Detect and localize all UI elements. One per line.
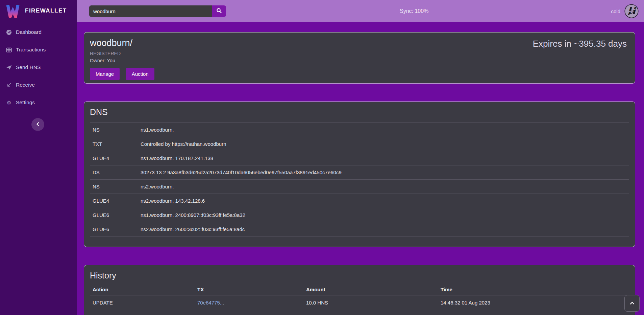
search-icon — [216, 8, 222, 15]
history-action: UPDATE — [90, 295, 195, 310]
sidebar-item-label: Settings — [16, 99, 35, 106]
topbar: Sync: 100% cold H — [77, 0, 644, 22]
dns-record-type: NS — [90, 123, 138, 137]
chevron-up-icon — [630, 301, 635, 306]
main-content: woodburn/ REGISTERED Owner: You Manage A… — [77, 22, 644, 315]
history-header-row: Action TX Amount Time — [90, 284, 629, 295]
tx-link[interactable]: 70e64775... — [197, 300, 224, 306]
sidebar-nav: Dashboard Transactions Send HNS Receive … — [0, 23, 77, 111]
dns-record-row: GLUE4 ns1.woodburn. 170.187.241.138 — [90, 151, 629, 165]
dns-record-type: GLUE6 — [90, 208, 138, 222]
receive-icon — [6, 82, 12, 88]
history-col-time: Time — [438, 284, 629, 295]
domain-card: woodburn/ REGISTERED Owner: You Manage A… — [84, 32, 635, 84]
brand-name: FIREWALLET — [25, 7, 67, 14]
search-button[interactable] — [212, 5, 226, 17]
dns-record-type: DS — [90, 165, 138, 180]
domain-owner: Owner: You — [90, 58, 629, 63]
manage-button[interactable]: Manage — [90, 68, 120, 80]
dns-record-type: TXT — [90, 137, 138, 151]
svg-text:H: H — [627, 5, 637, 17]
expires-label: Expires in ~395.35 days — [533, 39, 627, 49]
dns-record-row: DS 30273 13 2 9a3a8fb3d625d2a2073d740f10… — [90, 165, 629, 180]
search-input[interactable] — [89, 5, 212, 17]
scroll-to-top-button[interactable] — [624, 295, 640, 312]
dns-record-type: GLUE4 — [90, 194, 138, 208]
dns-record-value: Controlled by https://nathan.woodburn — [138, 137, 629, 151]
history-amount: 10.0 HNS — [303, 310, 438, 315]
dns-record-value: ns2.woodburn. 2600:3c02::f03c:93ff:fe5a:… — [138, 222, 629, 237]
dns-table: NS ns1.woodburn. TXT Controlled by https… — [90, 122, 629, 237]
history-row: RENEW 47b1d2... 10.0 HNS 15:47:36 07 Jul… — [90, 310, 629, 315]
sidebar-item-settings[interactable]: ⚙ Settings — [0, 94, 77, 111]
sidebar-item-label: Dashboard — [16, 29, 42, 35]
dns-record-row: GLUE4 ns2.woodburn. 143.42.128.6 — [90, 194, 629, 208]
dns-record-row: TXT Controlled by https://nathan.woodbur… — [90, 137, 629, 151]
dns-record-row: NS ns2.woodburn. — [90, 180, 629, 194]
gauge-icon — [6, 29, 12, 36]
history-time: 14:46:32 01 Aug 2023 — [438, 295, 629, 310]
dns-record-row: NS ns1.woodburn. — [90, 123, 629, 137]
sidebar-item-send-hns[interactable]: Send HNS — [0, 59, 77, 76]
firewallet-logo-icon — [5, 3, 20, 18]
domain-status: REGISTERED — [90, 51, 629, 56]
history-card-title: History — [90, 271, 629, 280]
search-group — [89, 5, 226, 17]
dns-record-type: GLUE4 — [90, 151, 138, 165]
chevron-left-icon — [36, 122, 40, 127]
history-time: 15:47:36 07 Jul 2023 — [438, 310, 629, 315]
sidebar-item-transactions[interactable]: Transactions — [0, 41, 77, 59]
sidebar: FIREWALLET Dashboard Transactions Send H… — [0, 0, 77, 315]
dns-record-value: ns2.woodburn. — [138, 180, 629, 194]
sidebar-item-dashboard[interactable]: Dashboard — [0, 23, 77, 41]
history-amount: 10.0 HNS — [303, 295, 438, 310]
dns-record-type: NS — [90, 180, 138, 194]
wallet-mode-label: cold — [611, 8, 620, 14]
sidebar-item-receive[interactable]: Receive — [0, 76, 77, 94]
auction-button[interactable]: Auction — [126, 68, 154, 80]
dns-record-value: ns2.woodburn. 143.42.128.6 — [138, 194, 629, 208]
send-icon — [6, 64, 12, 71]
history-row: UPDATE 70e64775... 10.0 HNS 14:46:32 01 … — [90, 295, 629, 310]
dns-record-value: ns1.woodburn. 170.187.241.138 — [138, 151, 629, 165]
dns-card-title: DNS — [90, 107, 629, 117]
history-action: RENEW — [90, 310, 195, 315]
dns-record-value: 30273 13 2 9a3a8fb3d625d2a2073d740f10da6… — [138, 165, 629, 180]
brand: FIREWALLET — [0, 0, 77, 18]
sidebar-item-label: Transactions — [16, 47, 46, 53]
dns-record-value: ns1.woodburn. 2400:8907::f03c:93ff:fe5a:… — [138, 208, 629, 222]
wallet-mode-area: cold H — [611, 0, 639, 22]
dns-record-row: GLUE6 ns1.woodburn. 2400:8907::f03c:93ff… — [90, 208, 629, 222]
history-col-action: Action — [90, 284, 195, 295]
handshake-logo-icon[interactable]: H — [624, 4, 639, 18]
table-icon — [6, 47, 12, 53]
history-card: History Action TX Amount Time UPDATE 70e… — [84, 265, 635, 315]
sync-status: Sync: 100% — [400, 0, 428, 22]
dns-record-row: GLUE6 ns2.woodburn. 2600:3c02::f03c:93ff… — [90, 222, 629, 237]
history-table: Action TX Amount Time UPDATE 70e64775...… — [90, 284, 629, 315]
dns-record-value: ns1.woodburn. — [138, 123, 629, 137]
dns-card: DNS NS ns1.woodburn. TXT Controlled by h… — [84, 102, 635, 247]
sidebar-item-label: Receive — [16, 82, 35, 88]
dns-record-type: GLUE6 — [90, 222, 138, 237]
history-col-amount: Amount — [303, 284, 438, 295]
sidebar-collapse-button[interactable] — [31, 118, 44, 131]
gear-icon: ⚙ — [6, 99, 12, 106]
history-col-tx: TX — [195, 284, 303, 295]
sidebar-item-label: Send HNS — [16, 64, 41, 70]
